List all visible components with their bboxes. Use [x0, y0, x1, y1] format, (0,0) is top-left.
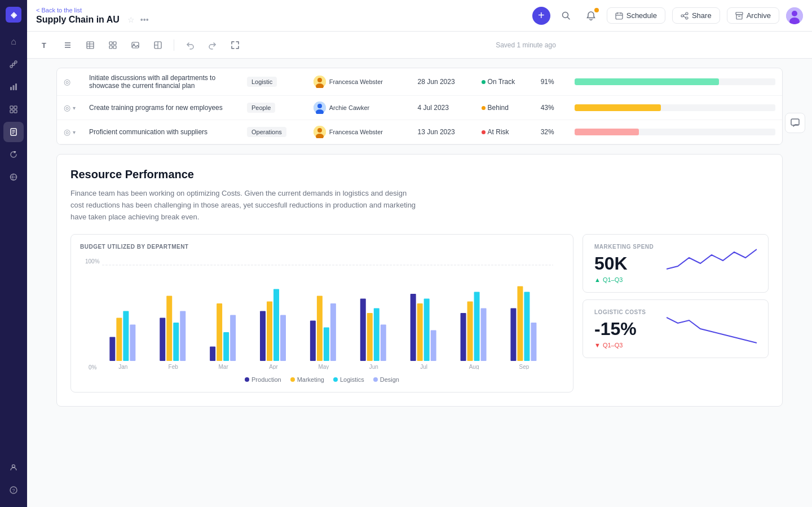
svg-rect-68	[123, 311, 129, 361]
section-title: Resource Performance	[70, 168, 769, 181]
legend-label-production: Production	[251, 376, 281, 383]
progress-percent: 43%	[534, 96, 568, 120]
task-name: Create training programs for new employe…	[82, 96, 240, 120]
text-tool[interactable]: T	[36, 36, 54, 54]
due-date: 13 Jun 2023	[411, 120, 475, 144]
notification-badge	[594, 8, 599, 12]
schedule-button[interactable]: Schedule	[607, 7, 665, 24]
svg-text:0%: 0%	[89, 364, 97, 369]
expand-button[interactable]	[226, 36, 244, 54]
tasks-table-section: ◎ Initiate discussions with all departme…	[56, 68, 783, 145]
archive-label: Archive	[747, 11, 771, 20]
svg-rect-49	[132, 42, 139, 48]
sidebar-item-graph[interactable]	[3, 54, 24, 74]
gantt-bar-cell	[568, 120, 782, 144]
svg-rect-31	[736, 12, 743, 15]
undo-button[interactable]	[181, 36, 199, 54]
sidebar: ◈ ⌂ ?	[0, 0, 27, 507]
list-tool[interactable]	[59, 36, 77, 54]
share-button[interactable]: Share	[672, 7, 720, 24]
app-logo[interactable]: ◈	[6, 7, 21, 23]
trend-arrow-marketing: ▲	[594, 276, 601, 283]
svg-text:Sep: Sep	[519, 364, 529, 369]
svg-text:100%: 100%	[85, 258, 100, 264]
legend-design: Design	[373, 376, 399, 383]
saved-status: Saved 1 minute ago	[496, 41, 556, 49]
sidebar-item-chart[interactable]	[3, 77, 24, 97]
svg-rect-103	[474, 292, 480, 361]
svg-rect-9	[14, 106, 17, 109]
legend-label-marketing: Marketing	[297, 376, 324, 383]
svg-rect-94	[381, 325, 386, 361]
sidebar-item-refresh[interactable]	[3, 144, 24, 165]
kpi-stack: MARKETING SPEND 50K ▲ Q1–Q3	[582, 234, 769, 358]
back-link[interactable]: < Back to the list	[36, 7, 149, 14]
svg-rect-67	[116, 318, 122, 361]
svg-rect-47	[109, 46, 112, 49]
charts-row: BUDGET UTILIZED BY DEPARTMENT 100% 0% Ja…	[70, 234, 769, 393]
expand-icon[interactable]: ▾	[73, 129, 76, 135]
svg-rect-7	[15, 83, 17, 90]
svg-text:?: ?	[12, 488, 15, 493]
chat-button[interactable]	[785, 113, 805, 133]
svg-rect-97	[417, 303, 423, 361]
table-row[interactable]: ◎ ▾ Proficient communication with suppli…	[57, 120, 782, 144]
svg-rect-82	[267, 302, 272, 361]
svg-rect-86	[310, 321, 316, 361]
svg-rect-76	[210, 347, 215, 361]
svg-point-55	[317, 78, 322, 82]
kpi-chart-logistics	[667, 312, 757, 346]
svg-rect-74	[180, 311, 186, 361]
svg-rect-101	[461, 313, 466, 361]
svg-rect-108	[524, 292, 529, 361]
sidebar-item-docs[interactable]	[3, 122, 24, 142]
bar-chart-container: BUDGET UTILIZED BY DEPARTMENT 100% 0% Ja…	[70, 234, 573, 393]
svg-rect-92	[367, 313, 373, 361]
sidebar-item-home[interactable]: ⌂	[3, 32, 24, 52]
expand-icon[interactable]: ▾	[73, 105, 76, 111]
widget-tool[interactable]	[104, 36, 122, 54]
search-button[interactable]	[557, 7, 575, 25]
table-row[interactable]: ◎ Initiate discussions with all departme…	[57, 68, 782, 96]
user-avatar	[314, 102, 326, 114]
redo-button[interactable]	[204, 36, 222, 54]
star-icon[interactable]: ☆	[127, 15, 135, 24]
add-button[interactable]: +	[532, 7, 550, 25]
svg-point-35	[792, 11, 797, 16]
svg-rect-48	[113, 46, 116, 49]
svg-point-27	[686, 17, 688, 19]
more-icon[interactable]: •••	[140, 15, 149, 24]
main-area: < Back to the list Supply Chain in AU ☆ …	[27, 0, 812, 507]
svg-rect-72	[166, 296, 172, 361]
category-tag: People	[247, 103, 275, 113]
svg-rect-45	[109, 42, 112, 45]
svg-rect-87	[317, 296, 323, 361]
archive-button[interactable]: Archive	[727, 7, 779, 24]
table-tool[interactable]	[81, 36, 99, 54]
sidebar-item-grid[interactable]	[3, 99, 24, 120]
svg-text:Apr: Apr	[269, 364, 278, 369]
svg-rect-104	[481, 308, 487, 361]
svg-rect-66	[109, 337, 115, 361]
assignee-name: Francesca Webster	[329, 129, 383, 135]
kpi-card-logistics: LOGISTIC COSTS -15% ▼ Q1–Q3	[582, 299, 769, 358]
kpi-trend-logistics: ▼ Q1–Q3	[594, 342, 646, 349]
sidebar-item-users[interactable]	[3, 457, 24, 478]
avatar[interactable]	[786, 7, 803, 24]
svg-rect-5	[10, 87, 12, 90]
image-tool[interactable]	[126, 36, 144, 54]
status-text: Behind	[488, 104, 509, 112]
sidebar-item-help[interactable]: ?	[3, 480, 24, 500]
notification-button[interactable]	[582, 7, 600, 25]
legend-label-design: Design	[380, 376, 399, 383]
kpi-subtitle-marketing: MARKETING SPEND	[594, 244, 654, 250]
due-date: 4 Jul 2023	[411, 96, 475, 120]
assignee-cell: Archie Cawker	[314, 102, 404, 114]
kpi-trend-marketing: ▲ Q1–Q3	[594, 276, 654, 283]
svg-rect-77	[217, 303, 222, 361]
layout-tool[interactable]	[149, 36, 167, 54]
gantt-bar-cell	[568, 96, 782, 120]
sidebar-item-integrations[interactable]	[3, 167, 24, 187]
svg-line-30	[683, 16, 686, 17]
table-row[interactable]: ◎ ▾ Create training programs for new emp…	[57, 96, 782, 120]
